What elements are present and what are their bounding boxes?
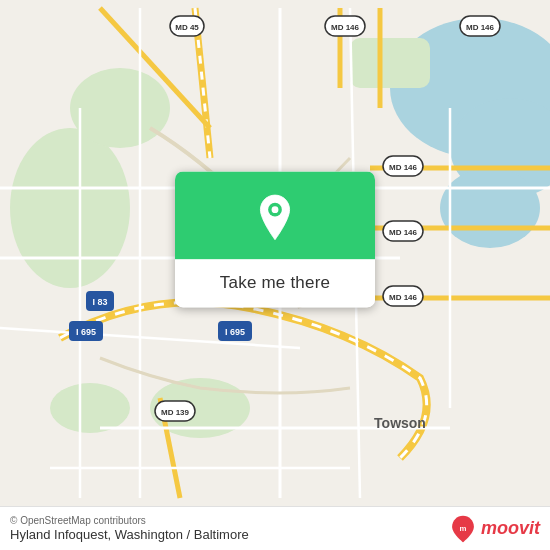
osm-attribution: © OpenStreetMap contributors bbox=[10, 515, 249, 526]
svg-point-5 bbox=[70, 68, 170, 148]
footer: © OpenStreetMap contributors Hyland Info… bbox=[0, 506, 550, 550]
svg-point-50 bbox=[272, 206, 279, 213]
svg-text:MD 146: MD 146 bbox=[389, 163, 418, 172]
svg-text:MD 146: MD 146 bbox=[466, 23, 495, 32]
footer-left: © OpenStreetMap contributors Hyland Info… bbox=[10, 515, 249, 542]
map-container: I 83 I 695 I 695 MD 45 MD 146 MD 146 MD … bbox=[0, 0, 550, 506]
svg-text:MD 139: MD 139 bbox=[161, 408, 190, 417]
svg-point-8 bbox=[50, 383, 130, 433]
card-top bbox=[175, 171, 375, 259]
svg-text:m: m bbox=[460, 523, 467, 532]
svg-text:Towson: Towson bbox=[374, 415, 426, 431]
app: I 83 I 695 I 695 MD 45 MD 146 MD 146 MD … bbox=[0, 0, 550, 550]
svg-text:MD 146: MD 146 bbox=[389, 293, 418, 302]
svg-rect-6 bbox=[350, 38, 430, 88]
location-card: Take me there bbox=[175, 171, 375, 307]
moovit-logo: m moovit bbox=[449, 515, 540, 543]
location-pin-icon bbox=[251, 193, 299, 241]
moovit-brand-text: moovit bbox=[481, 518, 540, 539]
svg-text:MD 146: MD 146 bbox=[331, 23, 360, 32]
take-me-there-button[interactable]: Take me there bbox=[175, 259, 375, 307]
svg-point-3 bbox=[440, 168, 540, 248]
svg-text:I 695: I 695 bbox=[76, 327, 96, 337]
svg-text:MD 146: MD 146 bbox=[389, 228, 418, 237]
svg-text:I 695: I 695 bbox=[225, 327, 245, 337]
moovit-logo-icon: m bbox=[449, 515, 477, 543]
svg-text:I 83: I 83 bbox=[92, 297, 107, 307]
svg-text:MD 45: MD 45 bbox=[175, 23, 199, 32]
location-name: Hyland Infoquest, Washington / Baltimore bbox=[10, 527, 249, 542]
svg-point-4 bbox=[10, 128, 130, 288]
